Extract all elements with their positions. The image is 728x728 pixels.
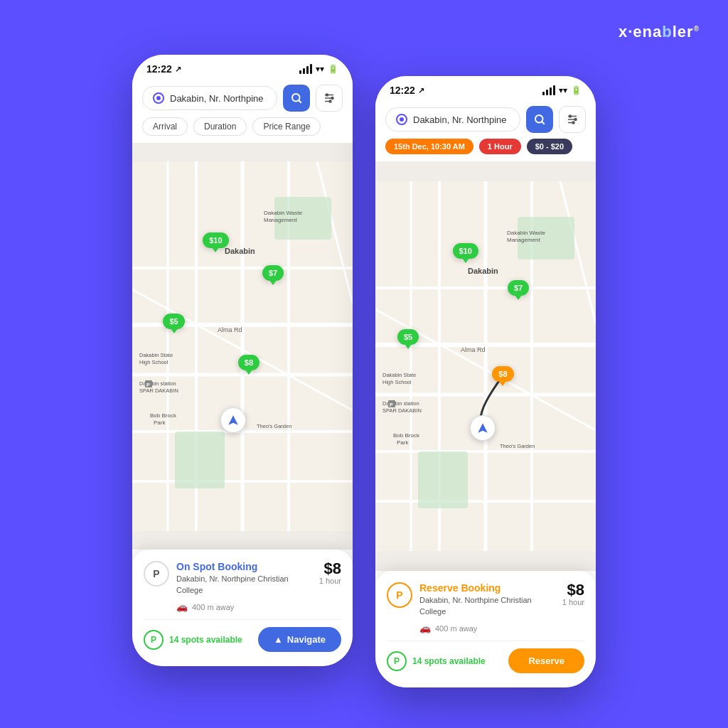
signal-icon [299,64,312,74]
booking-type-1: On Spot Booking [176,561,312,572]
arrival-filter[interactable]: Arrival [142,117,188,136]
price-unit-2: 1 hour [562,598,584,606]
phone-1: 12:22 ↗ ▾▾ 🔋 Dakabin, Nr. Northpine [132,55,353,666]
svg-text:Dakabin station: Dakabin station [139,380,176,387]
wifi-icon-2: ▾▾ [559,85,567,95]
filter-pills-1: Arrival Duration Price Range [142,117,343,136]
svg-text:Dakabin Waste: Dakabin Waste [264,210,303,216]
status-time-1: 12:22 ↗ [146,63,181,75]
svg-line-1 [299,100,301,103]
svg-point-7 [326,94,328,96]
search-field-1[interactable]: Dakabin, Nr. Northpine [142,86,277,110]
svg-text:SPAR DAKABIN: SPAR DAKABIN [139,387,178,394]
park-icon-1: P [144,561,169,587]
time-display: 12:22 [146,63,172,75]
svg-text:Bob Brock: Bob Brock [393,432,420,439]
svg-text:High School: High School [139,359,168,365]
search-field-2[interactable]: Dakabin, Nr. Northpine [385,107,520,132]
pin2-8[interactable]: $8 [492,366,513,382]
svg-point-6 [329,100,331,102]
location-icon-2 [396,114,407,125]
svg-point-43 [569,115,572,117]
svg-point-5 [331,97,333,100]
phone-2: 12:22 ↗ ▾▾ 🔋 Dakabin, Nr. Northpine [375,76,596,687]
svg-text:P: P [146,382,150,387]
svg-rect-56 [418,451,468,508]
svg-text:Dakabin: Dakabin [468,267,498,275]
spots-park-icon-1: P [144,630,164,650]
signal-icon-2 [542,85,555,95]
duration-filter-active[interactable]: 1 Hour [479,139,521,154]
bottom-card-2: P Reserve Booking Dakabin, Nr. Northpine… [375,571,596,687]
svg-text:Dakabin State: Dakabin State [139,352,173,358]
navigate-button[interactable]: ▲ Navigate [258,627,341,652]
svg-point-0 [292,94,300,102]
pin-5[interactable]: $5 [163,314,184,329]
distance-1: 400 m away [192,603,234,611]
active-pills-2: 15th Dec, 10:30 AM 1 Hour $0 - $20 [385,139,586,154]
date-filter-active[interactable]: 15th Dec, 10:30 AM [385,139,473,154]
pin2-7[interactable]: $7 [508,280,529,296]
svg-marker-71 [478,424,488,434]
status-time-2: 12:22 ↗ [390,85,424,96]
svg-text:Management: Management [264,217,297,223]
price-range-filter[interactable]: Price Range [252,117,321,136]
wifi-icon: ▾▾ [316,64,324,74]
nav-arrow-1 [220,407,246,433]
filter-button-1[interactable] [316,85,343,112]
location-icon [153,92,164,104]
svg-text:Dakabin: Dakabin [225,247,255,255]
search-button-2[interactable] [526,106,553,133]
svg-text:Park: Park [154,419,166,426]
battery-icon: 🔋 [328,64,338,74]
booking-location-2: Dakabin, Nr. Northpine Christian College [419,595,555,617]
location-arrow-2: ↗ [418,86,424,95]
top-bar-1: Dakabin, Nr. Northpine [132,79,353,143]
svg-text:Park: Park [397,439,409,446]
search-text-2: Dakabin, Nr. Northpine [413,114,507,125]
svg-point-41 [574,119,577,121]
status-bar-2: 12:22 ↗ ▾▾ 🔋 [375,76,596,100]
svg-text:Management: Management [507,237,540,243]
price-unit-1: 1 hour [319,577,341,585]
duration-filter[interactable]: Duration [193,117,247,136]
reserve-button[interactable]: Reserve [508,648,584,673]
spots-text-2: 14 spots available [412,656,486,666]
status-bar-1: 12:22 ↗ ▾▾ 🔋 [132,55,353,79]
status-icons-1: ▾▾ 🔋 [299,64,338,74]
svg-text:Dakabin State: Dakabin State [382,372,416,378]
svg-line-37 [542,122,545,124]
top-bar-2: Dakabin, Nr. Northpine [375,100,596,161]
price-filter-active[interactable]: $0 - $20 [527,139,572,154]
filter-button-2[interactable] [559,106,586,133]
svg-text:Dakabin Waste: Dakabin Waste [507,230,546,236]
pin2-5[interactable]: $5 [397,329,419,345]
search-button-1[interactable] [283,85,310,112]
svg-text:Dakabin station: Dakabin station [382,400,419,407]
search-row-2: Dakabin, Nr. Northpine [385,106,586,133]
map-area-2: Dakabin Alma Rd Dakabin State High Schoo… [375,161,596,571]
pin-7[interactable]: $7 [262,265,284,281]
svg-text:SPAR DAKABIN: SPAR DAKABIN [382,407,422,414]
park-icon-2: P [387,582,412,608]
svg-text:High School: High School [382,379,412,385]
location-arrow-1: ↗ [175,65,181,74]
svg-text:P: P [390,402,393,407]
pin2-10[interactable]: $10 [453,243,478,259]
svg-point-42 [572,122,574,124]
booking-location-1: Dakabin, Nr. Northpine Christian College [176,574,312,596]
svg-text:Theo's Garden: Theo's Garden [257,423,291,429]
spots-park-icon-2: P [387,651,407,671]
pin-8[interactable]: $8 [238,355,259,370]
distance-2: 400 m away [435,624,477,633]
search-text-1: Dakabin, Nr. Northpine [170,93,264,104]
phones-container: 12:22 ↗ ▾▾ 🔋 Dakabin, Nr. Northpine [132,55,596,687]
svg-rect-20 [175,432,225,488]
price-2: $8 [562,582,584,598]
car-icon-2: 🚗 [419,623,431,633]
svg-text:Alma Rd: Alma Rd [218,326,242,333]
booking-type-2: Reserve Booking [419,582,555,594]
battery-icon-2: 🔋 [571,85,582,95]
pin-10[interactable]: $10 [203,232,228,248]
time-display-2: 12:22 [390,85,415,96]
